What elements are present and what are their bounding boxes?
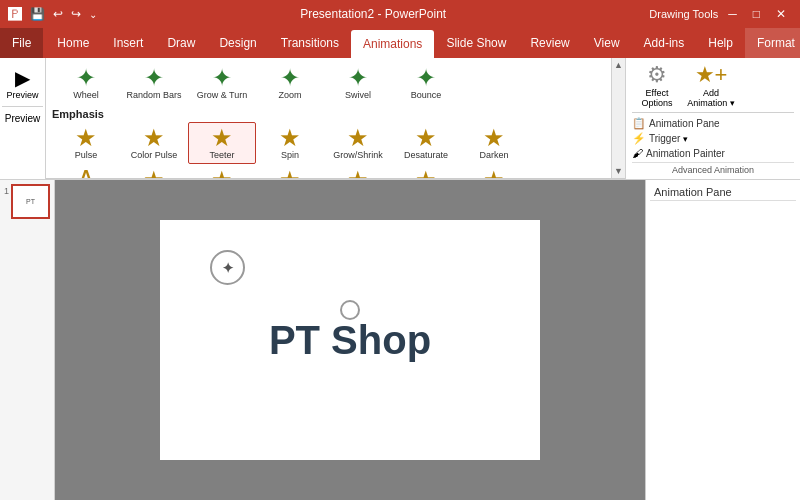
anim-complementary[interactable]: ★Complemen... <box>256 164 324 178</box>
anim-object-color[interactable]: ★Object Color <box>188 164 256 178</box>
anim-lighten[interactable]: ALighten <box>52 164 120 178</box>
menu-item-view[interactable]: View <box>582 28 632 58</box>
redo-icon[interactable]: ↪ <box>71 7 81 21</box>
advanced-animation-group: 📋 Animation Pane ⚡ Trigger ▾ 🖌 Animation… <box>632 112 794 175</box>
anim-desaturate[interactable]: ★Desaturate <box>392 122 460 164</box>
anim-pulse[interactable]: ★Pulse <box>52 122 120 164</box>
emphasis-row-1: ★Pulse ★Color Pulse ★Teeter ★Spin ★Grow/… <box>52 122 605 164</box>
scroll-down-button[interactable]: ▼ <box>614 166 623 176</box>
animation-painter-row: 🖌 Animation Painter <box>632 147 794 159</box>
advanced-animation-label: Advanced Animation <box>632 162 794 175</box>
quick-access-save-icon[interactable]: 💾 <box>30 7 45 21</box>
menu-item-insert[interactable]: Insert <box>101 28 155 58</box>
slide-thumb-container: 1 PT <box>4 184 50 219</box>
menu-item-file[interactable]: File <box>0 28 43 58</box>
animation-pane-sidebar-title: Animation Pane <box>650 184 796 201</box>
anim-brush-color[interactable]: ★Brush Color <box>460 164 528 178</box>
teeter-icon: ★ <box>211 126 233 150</box>
trigger-label[interactable]: Trigger <box>649 133 680 144</box>
darken-icon: ★ <box>483 126 505 150</box>
scroll-up-button[interactable]: ▲ <box>614 60 623 70</box>
drawing-tools-label: Drawing Tools <box>649 8 718 20</box>
trigger-icon: ⚡ <box>632 132 646 145</box>
add-animation-icon[interactable]: ★+ <box>695 62 728 88</box>
add-animation-group: ★+ Add Animation ▾ <box>686 62 736 108</box>
ribbon: ▶ Preview Preview ✦Wheel ✦Random Bars ✦G… <box>0 58 800 180</box>
undo-icon[interactable]: ↩ <box>53 7 63 21</box>
trigger-row: ⚡ Trigger ▾ <box>632 132 794 145</box>
menu-item-draw[interactable]: Draw <box>155 28 207 58</box>
menu-item-help[interactable]: Help <box>696 28 745 58</box>
object-color-icon: ★ <box>211 168 233 178</box>
wheel-icon: ✦ <box>76 66 96 90</box>
anim-teeter[interactable]: ★Teeter <box>188 122 256 164</box>
close-button[interactable]: ✕ <box>770 5 792 23</box>
transparency-icon: ★ <box>143 168 165 178</box>
zoom-icon: ✦ <box>280 66 300 90</box>
slide-thumb-content: PT <box>26 198 35 205</box>
powerpoint-logo-icon: 🅿 <box>8 6 22 22</box>
anim-spin[interactable]: ★Spin <box>256 122 324 164</box>
qa-customize-icon[interactable]: ⌄ <box>89 9 97 20</box>
grow-turn-icon: ✦ <box>212 66 232 90</box>
animation-pane-label[interactable]: Animation Pane <box>649 118 720 129</box>
effect-options-group: ⚙ Effect Options <box>632 62 682 108</box>
grow-shrink-label: Grow/Shrink <box>333 150 383 160</box>
animation-circle-1: ✦ <box>210 250 245 285</box>
add-animation-label[interactable]: Add Animation ▾ <box>686 88 736 108</box>
grow-shrink-icon: ★ <box>347 126 369 150</box>
preview-panel: ▶ Preview Preview <box>0 58 46 179</box>
menu-item-review[interactable]: Review <box>518 28 581 58</box>
bounce-label: Bounce <box>411 90 442 100</box>
anim-darken[interactable]: ★Darken <box>460 122 528 164</box>
slide-panel: 1 PT <box>0 180 55 500</box>
menu-item-format[interactable]: Format <box>745 28 800 58</box>
spin-icon: ★ <box>279 126 301 150</box>
slide-thumbnail-1[interactable]: PT <box>11 184 50 219</box>
menu-bar: File Home Insert Draw Design Transitions… <box>0 28 800 58</box>
entrance-row: ✦Wheel ✦Random Bars ✦Grow & Turn ✦Zoom ✦… <box>52 62 605 104</box>
pulse-icon: ★ <box>75 126 97 150</box>
desaturate-icon: ★ <box>415 126 437 150</box>
grow-turn-label: Grow & Turn <box>197 90 248 100</box>
menu-item-animations[interactable]: Animations <box>351 30 434 58</box>
menu-item-home[interactable]: Home <box>45 28 101 58</box>
anim-grow-turn[interactable]: ✦Grow & Turn <box>188 62 256 104</box>
teeter-label: Teeter <box>209 150 234 160</box>
anim-zoom[interactable]: ✦Zoom <box>256 62 324 104</box>
darken-label: Darken <box>479 150 508 160</box>
minimize-button[interactable]: ─ <box>722 5 743 23</box>
anim-color-pulse[interactable]: ★Color Pulse <box>120 122 188 164</box>
preview-label: Preview <box>6 90 38 100</box>
menu-item-slideshow[interactable]: Slide Show <box>434 28 518 58</box>
title-bar-right: Drawing Tools ─ □ ✕ <box>649 5 792 23</box>
anim-line-color[interactable]: ★Line Color <box>324 164 392 178</box>
preview-button-2[interactable]: Preview <box>2 109 44 128</box>
app-title: Presentation2 - PowerPoint <box>300 7 446 21</box>
anim-grow-shrink[interactable]: ★Grow/Shrink <box>324 122 392 164</box>
anim-swivel[interactable]: ✦Swivel <box>324 62 392 104</box>
emphasis-section-header: Emphasis <box>52 108 605 120</box>
maximize-button[interactable]: □ <box>747 5 766 23</box>
animation-pane-icon: 📋 <box>632 117 646 130</box>
animation-painter-label[interactable]: Animation Painter <box>646 148 725 159</box>
preview-button[interactable]: ▶ Preview <box>2 62 44 104</box>
ribbon-right-controls: ⚙ Effect Options ★+ Add Animation ▾ 📋 An… <box>625 58 800 179</box>
anim-transparency[interactable]: ★Transparency <box>120 164 188 178</box>
anim-random-bars[interactable]: ✦Random Bars <box>120 62 188 104</box>
menu-item-transitions[interactable]: Transitions <box>269 28 351 58</box>
slide-view: ✦ PT Shop <box>55 180 645 500</box>
swivel-icon: ✦ <box>348 66 368 90</box>
lighten-icon: A <box>80 168 93 178</box>
menu-item-addins[interactable]: Add-ins <box>632 28 697 58</box>
desaturate-label: Desaturate <box>404 150 448 160</box>
effect-options-label[interactable]: Effect Options <box>632 88 682 108</box>
menu-item-design[interactable]: Design <box>207 28 268 58</box>
preview-icon: ▶ <box>15 66 30 90</box>
anim-bounce[interactable]: ✦Bounce <box>392 62 460 104</box>
emphasis-row-2: ALighten ★Transparency ★Object Color ★Co… <box>52 164 605 178</box>
anim-fill-color[interactable]: ★Fill Color <box>392 164 460 178</box>
divider <box>2 106 43 107</box>
random-bars-icon: ✦ <box>144 66 164 90</box>
anim-wheel[interactable]: ✦Wheel <box>52 62 120 104</box>
